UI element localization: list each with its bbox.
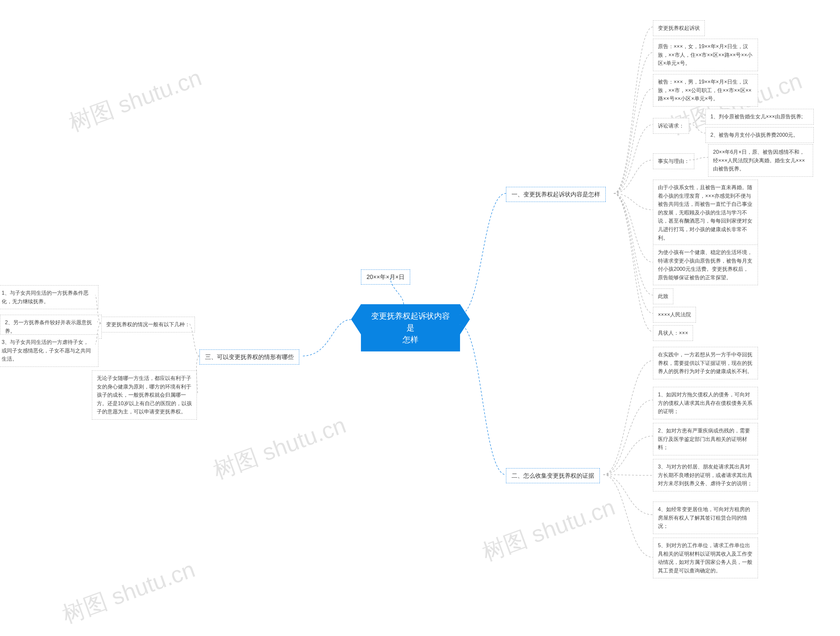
s2-item-5[interactable]: 5、到对方的工作单位，请求工作单位出具相关的证明材料以证明其收入及工作变动情况，… [653,538,758,578]
s1-facts-1[interactable]: 20××年6月×日，原、被告因感情不和，经×××人民法院判决离婚。婚生女儿×××… [708,144,813,177]
watermark: 树图 shutu.cn [478,492,619,568]
s1-closing-1[interactable]: 此致 [653,288,673,304]
branch-section-3[interactable]: 三、可以变更抚养权的情形有哪些 [199,349,299,365]
s2-item-1[interactable]: 1、如因对方拖欠债权人的债务，可向对方的债权人请求其出具存在债权债务关系的证明； [653,387,758,419]
branch-section-2[interactable]: 二、怎么收集变更抚养权的证据 [506,468,600,483]
s2-intro[interactable]: 在实践中，一方若想从另一方手中夺回抚养权，需要提供以下证据证明，现在的抚养人的抚… [653,347,758,379]
s2-item-2[interactable]: 2、如对方患有严重疾病或伤残的，需要医疗及医学鉴定部门出具相关的证明材料； [653,423,758,455]
s1-defendant[interactable]: 被告：×××，男，19××年×月×日生，汉族，××市，××公司职工，住××市××… [653,74,758,107]
s1-facts-2[interactable]: 由于小孩系女性，且被告一直未再婚。随着小孩的生理发育，×××亦感觉到不便与被告共… [653,179,758,246]
s1-title[interactable]: 变更抚养权起诉状 [653,20,705,36]
s3-sub[interactable]: 变更抚养权的情况一般有以下几种： [101,317,195,332]
watermark: 树图 shutu.cn [58,554,199,630]
s1-facts-label[interactable]: 事实与理由： [653,153,694,169]
root-label: 变更抚养权起诉状内容是 怎样 [371,312,450,344]
s1-facts-3[interactable]: 为使小孩有一个健康、稳定的生活环境，特请求变更小孩由原告抚养，被告每月支付小孩2… [653,244,758,285]
s1-closing-2[interactable]: ××××人民法院 [653,307,696,323]
s1-claim-2[interactable]: 2、被告每月支付小孩抚养费2000元。 [706,127,814,143]
s2-item-4[interactable]: 4、如经常变更居住地，可向对方租房的房屋所有权人了解其签订租赁合同的情况； [653,502,758,534]
s2-item-3[interactable]: 3、与对方的邻居、朋友处请求其出具对方长期不良嗜好的证明，或者请求其出具对方未尽… [653,459,758,491]
branch-section-1[interactable]: 一、变更抚养权起诉状内容是怎样 [506,187,606,202]
s3-item-1[interactable]: 1、与子女共同生活的一方抚养条件恶化，无力继续抚养。 [0,285,98,309]
watermark: 树图 shutu.cn [209,410,351,486]
s1-claim-label[interactable]: 诉讼请求： [653,118,689,134]
watermark: 树图 shutu.cn [65,62,206,139]
s1-plaintiff[interactable]: 原告：×××，女，19××年×月×日生，汉族，××市人，住××市××区××路××… [653,39,758,71]
branch-date[interactable]: 20××年×月×日 [361,269,410,285]
s3-note[interactable]: 无论子女随哪一方生活，都应以有利于子女的身心健康为原则，哪方的环境有利于孩子的成… [92,370,197,420]
s1-closing-3[interactable]: 具状人：××× [653,325,693,341]
s3-item-3[interactable]: 3、与子女共同生活的一方虐待子女，或同子女感情恶化，子女不愿与之共同生活。 [0,334,98,367]
root-node[interactable]: 变更抚养权起诉状内容是 怎样 [361,304,460,351]
s1-claim-1[interactable]: 1、判令原被告婚生女儿×××由原告抚养; [706,109,814,124]
